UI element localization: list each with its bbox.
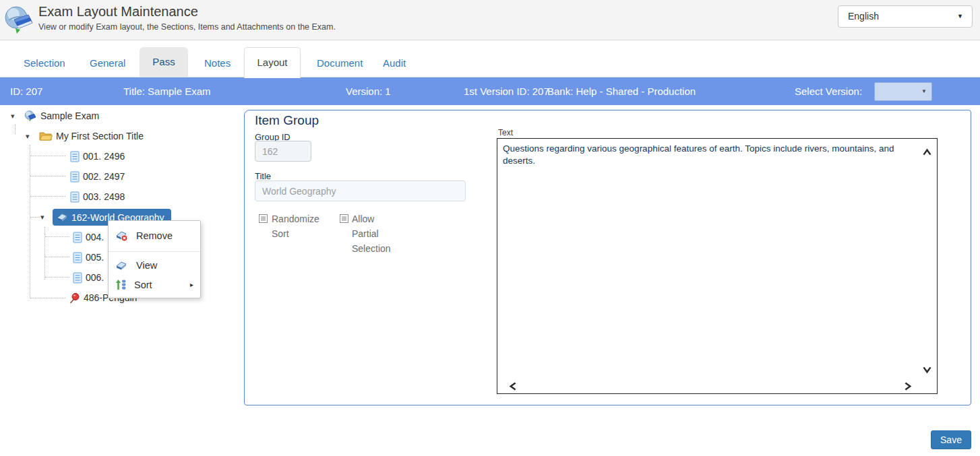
tree-node-section[interactable]: My First Section Title [39,129,144,143]
tree-node-item[interactable]: 002. 2497 [70,169,125,184]
document-icon [70,191,80,203]
expander-icon[interactable]: ▾ [40,211,49,222]
checkbox-fill [261,216,266,221]
document-icon [70,171,80,183]
text-editor[interactable]: Questions regarding various geographical… [497,138,938,394]
tab-document[interactable]: Document [317,49,363,77]
remove-book-icon [115,230,129,242]
menu-item-label: View [136,260,157,271]
tree-node-label: 003. 2498 [83,191,125,202]
tab-selection[interactable]: Selection [24,49,65,77]
book-icon [56,212,68,222]
tree-node-exam[interactable]: Sample Exam [24,108,99,123]
exam-layout-maintenance-screen: Exam Layout Maintenance View or modify E… [0,0,980,456]
document-icon [73,272,82,284]
menu-item-view[interactable]: View [109,256,200,275]
caret-down-icon: ▼ [921,83,927,100]
tree-node-label: 004. [86,232,104,242]
document-icon [70,151,80,162]
exam-first-version-id: 1st Version ID: 207 [464,77,549,105]
tree-node-label: 002. 2497 [83,171,125,182]
exam-book-globe-icon [24,110,37,123]
tree-node-label: My First Section Title [56,131,144,141]
language-select[interactable]: English ▼ [838,5,973,28]
expander-icon[interactable]: ▾ [11,110,19,121]
tree-node-label: 005. [86,252,104,263]
tree-line [44,227,45,280]
context-menu: Remove View Sort ▸ [108,220,201,298]
title-field[interactable] [255,181,466,201]
save-button[interactable]: Save [931,430,971,449]
caret-down-icon: ▼ [957,6,963,27]
tree-line [30,176,65,176]
randomize-sort-checkbox[interactable] [259,214,268,223]
text-label: Text [498,128,513,137]
group-id-field[interactable] [255,141,311,162]
pushpin-icon [69,292,80,304]
tree-line [45,257,69,257]
tree-node-label: Sample Exam [40,110,99,121]
tree-node-label: 001. 2496 [83,151,125,162]
checkbox-fill [342,216,346,221]
language-select-value: English [848,6,879,27]
tree-line [30,298,65,298]
menu-item-label: Sort [134,280,152,290]
open-folder-icon [39,131,53,141]
item-group-heading: Item Group [255,113,319,128]
tree-node-label: 006. [86,272,104,283]
allow-partial-selection-label: Allow Partial Selection [352,211,396,256]
document-icon [73,232,82,243]
page-title: Exam Layout Maintenance [38,4,198,20]
randomize-sort-label: Randomize Sort [272,211,327,241]
exam-bank: Bank: Help - Shared - Production [547,77,696,105]
tree-line [30,145,30,298]
tab-notes[interactable]: Notes [204,49,231,77]
view-book-icon [115,260,129,271]
tree-line [30,196,65,197]
select-version-dropdown[interactable]: ▼ [874,82,932,101]
tree-node-item[interactable]: 001. 2496 [70,149,125,164]
select-version-label: Select Version: [795,77,862,105]
tree-node-item[interactable]: 004. [73,230,104,245]
exam-id: ID: 207 [10,77,42,105]
title-label: Title [255,171,271,181]
allow-partial-selection-checkbox[interactable] [340,214,348,223]
scroll-up-icon[interactable] [922,148,932,158]
tree-node-item[interactable]: 003. 2498 [70,189,125,204]
submenu-arrow-icon: ▸ [190,281,193,288]
exam-version: Version: 1 [346,77,391,105]
menu-item-sort[interactable]: Sort ▸ [109,275,200,294]
tree-node-item[interactable]: 005. [73,250,104,265]
tree-line [15,125,16,134]
tab-pass[interactable]: Pass [140,47,188,77]
page-header: Exam Layout Maintenance View or modify E… [0,0,980,40]
scroll-down-icon[interactable] [922,364,932,374]
document-icon [73,252,82,263]
exam-book-globe-icon [3,4,36,36]
item-group-panel: Item Group Group ID Title Randomize Sort… [244,110,971,405]
menu-item-label: Remove [136,230,173,241]
tree-line [30,156,65,156]
menu-separator [109,251,200,252]
expander-icon[interactable]: ▾ [26,131,34,141]
tree-line [30,217,40,218]
tab-general[interactable]: General [90,49,125,77]
tab-layout[interactable]: Layout [244,47,301,78]
text-editor-content[interactable]: Questions regarding various geographical… [503,143,915,167]
menu-item-remove[interactable]: Remove [109,224,200,247]
tab-bar: Selection General Pass Notes Layout Docu… [0,41,980,77]
scroll-left-icon[interactable] [508,381,518,391]
tree-node-item[interactable]: 006. [73,270,104,285]
exam-title: Title: Sample Exam [123,77,211,105]
tree-line [45,236,69,237]
page-subtitle: View or modify Exam layout, the Sections… [38,22,336,32]
exam-info-bar: ID: 207 Title: Sample Exam Version: 1 1s… [0,77,980,105]
sort-arrows-icon [115,279,127,290]
scroll-right-icon[interactable] [902,381,913,391]
tab-audit[interactable]: Audit [383,49,406,77]
tree-line [45,277,69,278]
